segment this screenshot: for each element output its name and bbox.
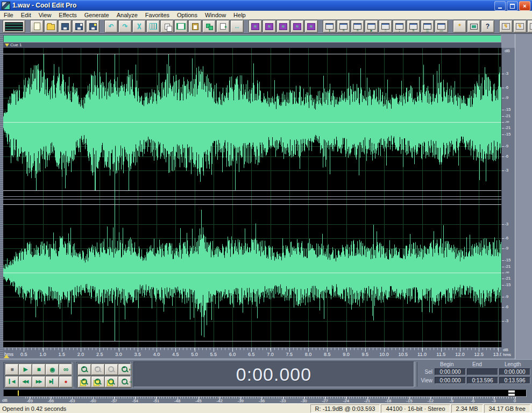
toolbar-mix-paste[interactable] xyxy=(202,20,216,33)
toolbar-waveform-multitrack-toggle[interactable] xyxy=(3,20,25,33)
transport-controls: ■▶▮▮◉∞▎◀◀◀▶▶▶▎● xyxy=(3,362,73,389)
toolbar-time-window[interactable]: : xyxy=(393,20,406,33)
toolbar-cue-list-window[interactable]: ≡ xyxy=(337,20,350,33)
toolbar-fx-silence[interactable]: ≈ xyxy=(276,20,290,33)
undo-icon: ↶ xyxy=(108,23,114,30)
overview-navigator[interactable] xyxy=(3,35,501,42)
handle xyxy=(99,382,102,385)
toolbar-file-info-window[interactable]: i xyxy=(323,20,336,33)
toolbar-fx-reverse[interactable]: ≈ xyxy=(263,20,276,33)
rewind-button[interactable]: ◀◀ xyxy=(18,376,32,388)
ruler-label: 11.5 xyxy=(436,352,445,357)
toolbar-favorite-2[interactable]: ↯ xyxy=(513,20,527,33)
menu-view[interactable]: View xyxy=(35,11,55,19)
menu-options[interactable]: Options xyxy=(173,11,201,19)
zoom-selection-horizontal-button[interactable] xyxy=(104,376,118,388)
toolbar-horizontal-split-window[interactable]: — xyxy=(435,20,448,33)
play-looped-button[interactable]: ◉ xyxy=(45,364,59,375)
menu-analyze[interactable]: Analyze xyxy=(113,11,141,19)
meter-label: -42 xyxy=(216,399,223,403)
zoom-in-button[interactable]: + xyxy=(77,364,91,375)
toolbar-adjust-selection[interactable]: ↔ xyxy=(230,20,244,33)
time-display[interactable]: 0:00.000 xyxy=(133,361,414,387)
menu-favorites[interactable]: Favorites xyxy=(141,11,173,19)
toolbar-redo[interactable]: ↷ xyxy=(118,20,132,33)
play-button[interactable]: ▶ xyxy=(18,364,32,375)
toolbar-scripts-batch[interactable]: * xyxy=(453,20,466,33)
toolbar-copy[interactable] xyxy=(160,20,174,33)
menu-help[interactable]: Help xyxy=(230,11,250,19)
db-label: -21 xyxy=(505,276,511,281)
toolbar-open-file[interactable] xyxy=(44,20,58,33)
toolbar-fx-invert[interactable]: ≈ xyxy=(249,20,262,33)
toolbar-save[interactable] xyxy=(58,20,72,33)
loop-button[interactable]: ∞ xyxy=(59,364,73,375)
waveform-display[interactable] xyxy=(3,48,501,347)
ruler-major-tick xyxy=(346,348,347,352)
toolbar-monitor-record-level[interactable] xyxy=(467,20,480,33)
db-tick xyxy=(502,224,504,225)
pause-button[interactable]: ▮▮ xyxy=(32,364,46,375)
loop-icon: ∞ xyxy=(63,367,68,372)
sel-length-field[interactable]: 0:00.000 xyxy=(499,368,530,375)
toolbar-copy-to-new[interactable] xyxy=(216,20,230,33)
trim-icon xyxy=(176,23,186,30)
minimize-button[interactable] xyxy=(494,1,506,11)
menu-file[interactable]: File xyxy=(0,11,17,19)
db-label: -9 xyxy=(505,246,508,251)
window-title: 1.wav - Cool Edit Pro xyxy=(12,2,76,9)
status-cells: R: -11.9dB @ 0:03.59344100 · 16-bit · St… xyxy=(310,404,532,413)
toolbar-display-options-window[interactable]: ▒ xyxy=(421,20,434,33)
meter-label: -60 xyxy=(90,399,96,403)
close-button[interactable]: × xyxy=(519,1,530,11)
stop-button[interactable]: ■ xyxy=(5,364,19,375)
sel-begin-field[interactable]: 0:00.000 xyxy=(435,368,466,375)
view-end-field[interactable]: 0:13.596 xyxy=(467,377,498,384)
toolbar-convert-sample-type[interactable] xyxy=(146,20,160,33)
restore-button[interactable] xyxy=(507,1,518,11)
ruler-major-tick xyxy=(365,348,366,352)
sel-end-field[interactable] xyxy=(467,368,498,375)
zoom-full-button[interactable] xyxy=(104,364,118,375)
toolbar-undo[interactable]: ↶ xyxy=(104,20,118,33)
menu-effects[interactable]: Effects xyxy=(55,11,80,19)
toolbar-save-as[interactable] xyxy=(72,20,86,33)
toolbar-cut[interactable] xyxy=(132,20,146,33)
view-length-field[interactable]: 0:13.596 xyxy=(499,377,530,384)
column-header-length: Length xyxy=(505,361,521,367)
meter-label: -30 xyxy=(301,399,307,403)
zoom-out-horizontal-button[interactable]: − xyxy=(91,376,105,388)
zoom-in-horizontal-button[interactable]: + xyxy=(77,376,91,388)
db-label: -∞ xyxy=(505,120,509,124)
fast-forward-button[interactable]: ▶▶ xyxy=(32,376,46,388)
menu-window[interactable]: Window xyxy=(201,11,230,19)
ruler-label: 1.5 xyxy=(58,352,65,357)
zoom-out-button[interactable]: − xyxy=(91,364,105,375)
toolbar-analysis-window[interactable]: ≈ xyxy=(407,20,420,33)
toolbar-new-file[interactable] xyxy=(30,20,44,33)
record-button[interactable]: ● xyxy=(59,376,73,388)
playhead-indicator[interactable] xyxy=(4,354,9,358)
toolbar-save-selection[interactable] xyxy=(86,20,100,33)
amplitude-ruler[interactable]: dB-3-3-6-6-9-9-15-15-21-21-∞-3-3-6-6-9-9… xyxy=(501,48,515,347)
level-meter[interactable] xyxy=(3,389,527,397)
toolbar-trim[interactable] xyxy=(174,20,188,33)
cue-marker-icon[interactable] xyxy=(5,44,9,47)
menu-generate[interactable]: Generate xyxy=(81,11,113,19)
timeline-ruler[interactable]: hms0.51.01.52.02.53.03.54.04.55.05.56.06… xyxy=(3,347,501,358)
db-label: -21 xyxy=(505,126,511,130)
toolbar-fx-normalize[interactable]: ≈ xyxy=(304,20,318,33)
menu-edit[interactable]: Edit xyxy=(17,11,35,19)
toolbar-favorite-3[interactable]: ↯ xyxy=(527,20,532,33)
toolbar-paste[interactable] xyxy=(188,20,202,33)
go-to-beginning-button[interactable]: ▎◀ xyxy=(5,376,19,388)
toolbar-help[interactable]: ? xyxy=(481,20,494,33)
toolbar-zoom-window[interactable]: ○ xyxy=(379,20,392,33)
toolbar-fx-amplify[interactable]: ≈ xyxy=(290,20,304,33)
view-begin-field[interactable]: 0:00.000 xyxy=(435,377,466,384)
toolbar-favorite-1[interactable]: ↯ xyxy=(499,20,513,33)
overview-range-bar[interactable] xyxy=(4,35,501,42)
go-to-end-button[interactable]: ▶▎ xyxy=(45,376,59,388)
toolbar-play-window[interactable]: ▸ xyxy=(365,20,378,33)
toolbar-play-list-window[interactable]: ≡ xyxy=(351,20,364,33)
